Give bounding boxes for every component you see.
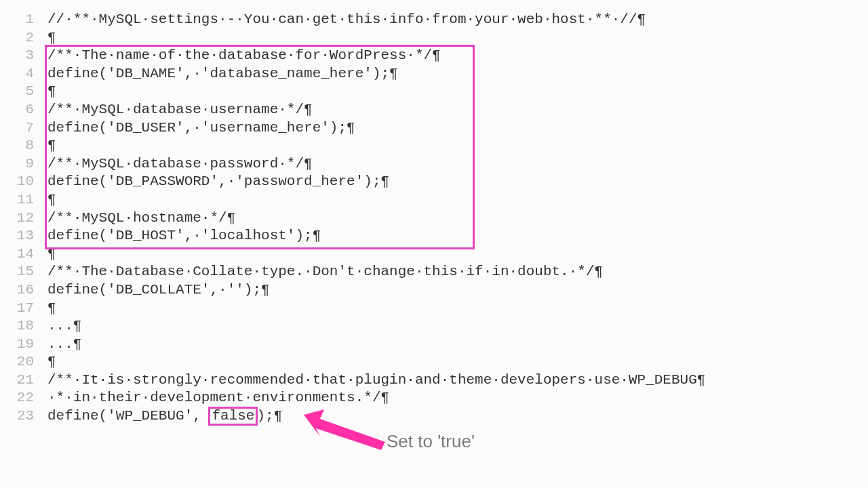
code-line[interactable]: 6/**·MySQL·database·username·*/¶ — [0, 101, 868, 119]
code-text[interactable]: ¶ — [47, 191, 56, 209]
code-line[interactable]: 7define('DB_USER',·'username_here');¶ — [0, 119, 868, 138]
code-text[interactable]: define('DB_PASSWORD',·'password_here');¶ — [47, 173, 389, 191]
line-number: 21 — [0, 371, 47, 390]
annotation-text: Set to 'true' — [387, 431, 475, 452]
code-text[interactable]: define('WP_DEBUG', false);¶ — [47, 407, 282, 426]
line-number: 5 — [0, 83, 47, 101]
line-number: 4 — [0, 65, 47, 83]
code-text[interactable]: /**·It·is·strongly·recommended·that·plug… — [47, 371, 705, 390]
code-line[interactable]: 19...¶ — [0, 336, 868, 354]
line-number: 19 — [0, 336, 47, 354]
code-line[interactable]: 12/**·MySQL·hostname·*/¶ — [0, 209, 868, 228]
line-number: 9 — [0, 155, 47, 174]
line-number: 16 — [0, 281, 47, 300]
code-text[interactable]: define('DB_COLLATE',·'');¶ — [47, 281, 270, 300]
code-line[interactable]: 8¶ — [0, 137, 868, 155]
code-text[interactable]: ¶ — [47, 245, 56, 264]
code-text[interactable]: //·**·MySQL·settings·-·You·can·get·this·… — [47, 11, 646, 29]
code-line[interactable]: 23 define('WP_DEBUG', false);¶ — [0, 407, 868, 426]
code-text[interactable]: /**·The·name·of·the·database·for·WordPre… — [47, 47, 441, 65]
code-line[interactable]: 14¶ — [0, 245, 868, 264]
code-line[interactable]: 9/**·MySQL·database·password·*/¶ — [0, 155, 868, 174]
line-number: 20 — [0, 353, 47, 371]
code-text[interactable]: /**·MySQL·hostname·*/¶ — [47, 209, 235, 228]
line-number: 17 — [0, 300, 47, 318]
line-number: 7 — [0, 119, 47, 138]
code-line[interactable]: 20¶ — [0, 353, 868, 371]
code-text[interactable]: ¶ — [47, 353, 56, 371]
code-line[interactable]: 13define('DB_HOST',·'localhost');¶ — [0, 227, 868, 245]
line-number: 11 — [0, 191, 47, 209]
code-line[interactable]: 1//·**·MySQL·settings·-·You·can·get·this… — [0, 11, 868, 29]
code-text[interactable]: /**·The·Database·Collate·type.·Don't·cha… — [47, 263, 603, 281]
line-number: 2 — [0, 29, 47, 47]
code-line[interactable]: 4define('DB_NAME',·'database_name_here')… — [0, 65, 868, 83]
code-text[interactable]: define('DB_NAME',·'database_name_here');… — [47, 65, 398, 83]
line-number: 22 — [0, 389, 47, 407]
code-text[interactable]: ...¶ — [47, 336, 81, 354]
line-number: 18 — [0, 317, 47, 336]
code-text[interactable]: ...¶ — [47, 317, 81, 336]
line-number: 23 — [0, 407, 47, 426]
code-line[interactable]: 2¶ — [0, 29, 868, 47]
code-line[interactable]: 3/**·The·name·of·the·database·for·WordPr… — [0, 47, 868, 65]
code-text[interactable]: ¶ — [47, 83, 56, 101]
code-text[interactable]: /**·MySQL·database·password·*/¶ — [47, 155, 313, 174]
code-line[interactable]: 18...¶ — [0, 317, 868, 336]
code-text[interactable]: define('DB_USER',·'username_here');¶ — [47, 119, 355, 138]
code-line[interactable]: 21/**·It·is·strongly·recommended·that·pl… — [0, 371, 868, 390]
line-number: 12 — [0, 209, 47, 228]
line-number: 8 — [0, 137, 47, 155]
code-line[interactable]: 17¶ — [0, 300, 868, 318]
code-text[interactable]: ¶ — [47, 137, 56, 155]
line-number: 15 — [0, 263, 47, 281]
code-text[interactable]: ¶ — [47, 300, 56, 318]
code-text[interactable]: ·*·in·their·development·environments.*/¶ — [47, 389, 389, 407]
line-number: 1 — [0, 11, 47, 29]
line-number: 6 — [0, 101, 47, 119]
code-line[interactable]: 16define('DB_COLLATE',·'');¶ — [0, 281, 868, 300]
code-line[interactable]: 22·*·in·their·development·environments.*… — [0, 389, 868, 407]
code-line[interactable]: 10define('DB_PASSWORD',·'password_here')… — [0, 173, 868, 191]
code-text[interactable]: /**·MySQL·database·username·*/¶ — [47, 101, 313, 119]
code-text[interactable]: define('DB_HOST',·'localhost');¶ — [47, 227, 321, 245]
code-editor[interactable]: 1//·**·MySQL·settings·-·You·can·get·this… — [0, 0, 868, 426]
code-text[interactable]: ¶ — [47, 29, 56, 47]
highlight-false-box: false — [208, 407, 258, 426]
line-number: 3 — [0, 47, 47, 65]
code-segment: );¶ — [256, 408, 282, 424]
code-line[interactable]: 11¶ — [0, 191, 868, 209]
line-number: 14 — [0, 245, 47, 264]
code-segment: define('WP_DEBUG', — [47, 408, 210, 424]
line-number: 10 — [0, 173, 47, 191]
line-number: 13 — [0, 227, 47, 245]
code-line[interactable]: 15/**·The·Database·Collate·type.·Don't·c… — [0, 263, 868, 281]
code-line[interactable]: 5¶ — [0, 83, 868, 101]
